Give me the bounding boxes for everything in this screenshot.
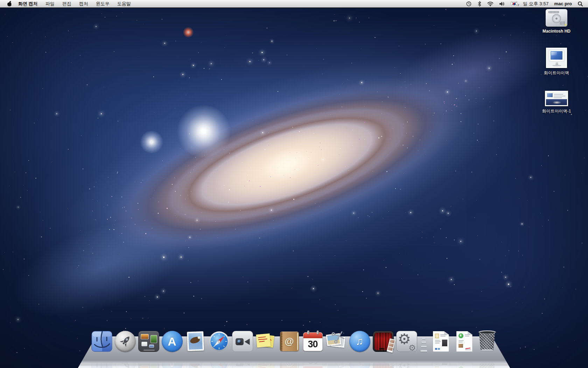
trash-rim-inner bbox=[480, 331, 495, 333]
at-sign-glyph: @ bbox=[280, 332, 299, 351]
calendar-icon: 30 bbox=[303, 332, 323, 351]
menu-file[interactable]: 파일 bbox=[42, 0, 58, 7]
dock-item-document-2[interactable] bbox=[454, 331, 475, 352]
desktop-icon-macintosh-hd[interactable]: Macintosh HD bbox=[542, 9, 570, 34]
dock-item-facetime[interactable] bbox=[232, 331, 253, 352]
image-file-icon bbox=[546, 48, 567, 68]
dock-item-document-1[interactable] bbox=[430, 331, 451, 352]
galaxy-dust-inner bbox=[123, 65, 451, 265]
input-source-badge: 2 bbox=[518, 4, 519, 7]
menu-help[interactable]: 도움말 bbox=[113, 0, 135, 7]
desktop-wallpaper bbox=[0, 0, 588, 368]
screenshot-file-icon bbox=[545, 91, 568, 106]
calendar-day: 30 bbox=[303, 339, 322, 350]
dock-item-mission-control[interactable] bbox=[138, 331, 159, 352]
dock-item-launchpad[interactable] bbox=[115, 331, 136, 352]
red-star bbox=[183, 27, 194, 38]
galaxy-disk-cream bbox=[134, 72, 440, 257]
mission-control-icon bbox=[138, 331, 159, 352]
dock-item-finder[interactable] bbox=[91, 331, 112, 352]
menu-username[interactable]: mac pro bbox=[554, 1, 572, 6]
dock-item-trash[interactable] bbox=[477, 330, 497, 352]
galaxy-arm-left bbox=[1, 200, 200, 336]
trash-base bbox=[481, 349, 493, 352]
bluetooth-icon[interactable] bbox=[477, 0, 482, 7]
apple-menu-icon[interactable] bbox=[7, 1, 12, 7]
dock-item-photo-booth[interactable] bbox=[373, 331, 394, 352]
galaxy-core-glow bbox=[204, 109, 370, 220]
photo-booth-icon bbox=[373, 331, 394, 352]
document-icon bbox=[433, 331, 449, 352]
dock-item-system-preferences[interactable]: ⚙ ⚙ bbox=[396, 331, 417, 352]
galaxy-arms bbox=[36, 8, 538, 321]
korean-flag-icon bbox=[511, 1, 517, 6]
safari-compass-icon bbox=[209, 331, 230, 352]
menu-capture[interactable]: 캡처 bbox=[75, 0, 92, 7]
finder-icon bbox=[91, 331, 112, 352]
scissors-icon bbox=[326, 331, 347, 352]
dock-separator bbox=[420, 331, 428, 352]
time-machine-icon[interactable] bbox=[466, 0, 472, 7]
galaxy-core bbox=[257, 141, 317, 188]
desktop-icon-column: Macintosh HD 화이트아이맥 화이트아이맥-1 bbox=[532, 9, 581, 114]
menu-bar-right: 2 일 오후 3:57 mac pro bbox=[466, 0, 588, 7]
volume-icon[interactable] bbox=[499, 0, 505, 7]
hard-drive-icon bbox=[546, 9, 567, 27]
app-menu-title[interactable]: 화면 캡처 bbox=[14, 0, 42, 7]
dock-item-preview[interactable] bbox=[326, 331, 347, 352]
galaxy-disk-pink bbox=[86, 42, 488, 288]
dock-icon-row: A bbox=[91, 330, 497, 352]
menu-clock[interactable]: 일 오후 3:57 bbox=[523, 1, 548, 7]
facetime-icon bbox=[232, 331, 253, 352]
companion-star-glow bbox=[176, 105, 232, 158]
dock-item-safari[interactable] bbox=[209, 331, 230, 352]
input-source-korean-flag[interactable]: 2 bbox=[511, 1, 517, 6]
mail-stamp-icon bbox=[187, 331, 204, 351]
desktop-icon-white-imac-1[interactable]: 화이트아이맥-1 bbox=[542, 91, 571, 114]
menu-bar: 화면 캡처 파일 편집 캡처 윈도우 도움말 2 일 오후 3:57 mac p… bbox=[0, 0, 588, 8]
trash-mesh-body bbox=[478, 332, 496, 350]
menu-bar-left: 화면 캡처 파일 편집 캡처 윈도우 도움말 bbox=[0, 0, 135, 7]
desktop-icon-white-imac[interactable]: 화이트아이맥 bbox=[544, 48, 569, 76]
rocket-icon bbox=[115, 331, 136, 352]
icon-label: 화이트아이맥-1 bbox=[542, 108, 571, 114]
menu-edit[interactable]: 편집 bbox=[58, 0, 75, 7]
dock-item-app-store[interactable]: A bbox=[162, 331, 183, 352]
icon-label: Macintosh HD bbox=[542, 29, 570, 34]
dock-item-stickies[interactable] bbox=[255, 331, 276, 352]
dock-item-itunes[interactable]: ♫ bbox=[349, 331, 370, 352]
document-icon bbox=[456, 331, 472, 352]
sticky-note-front bbox=[256, 333, 271, 347]
dock: A bbox=[78, 336, 510, 368]
dock-item-ical[interactable]: 30 bbox=[302, 331, 323, 352]
small-star-glow bbox=[139, 131, 164, 153]
icon-label: 화이트아이맥 bbox=[544, 70, 569, 76]
menu-window[interactable]: 윈도우 bbox=[92, 0, 113, 7]
wifi-icon[interactable] bbox=[487, 0, 493, 7]
music-note-glyph: ♫ bbox=[349, 331, 370, 352]
galaxy-halo bbox=[0, 0, 588, 368]
dock-item-mail[interactable] bbox=[185, 331, 206, 352]
dock-item-address-book[interactable]: @ bbox=[279, 331, 300, 352]
app-store-letter: A bbox=[162, 331, 183, 352]
galaxy-dust-outer bbox=[64, 28, 511, 301]
gear-icon-small: ⚙ bbox=[408, 343, 416, 353]
system-preferences-icon: ⚙ ⚙ bbox=[396, 331, 417, 352]
spotlight-icon[interactable] bbox=[578, 0, 583, 7]
address-book-icon: @ bbox=[280, 332, 299, 351]
